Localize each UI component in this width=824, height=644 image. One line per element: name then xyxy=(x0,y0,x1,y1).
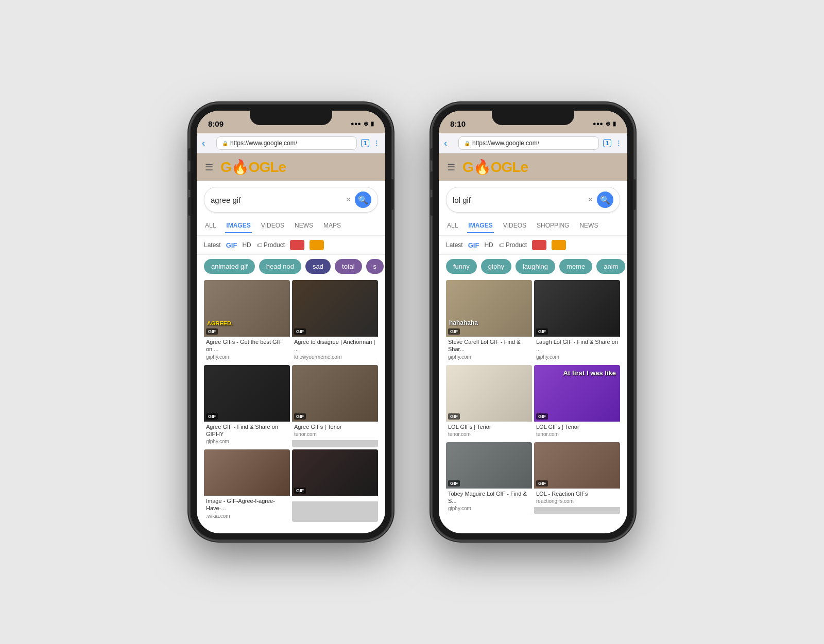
menu-icon-right[interactable]: ⋮ xyxy=(615,139,622,147)
logo-char-o1: O xyxy=(249,159,260,175)
gif-badge-left-0: GIF xyxy=(206,328,218,335)
image-cell-left-1[interactable]: GIF Agree to disagree | Anchorman | ... … xyxy=(292,280,378,363)
filter-gif-right[interactable]: GIF xyxy=(468,241,479,249)
search-icon-right: 🔍 xyxy=(600,195,610,205)
image-info-right-4: Tobey Maguire Lol GIF - Find & S... giph… xyxy=(446,489,532,515)
filter-latest-left[interactable]: Latest xyxy=(204,241,221,249)
chip-funny[interactable]: funny xyxy=(446,259,477,274)
chip-total[interactable]: total xyxy=(335,259,362,274)
image-thumb-right-4: GIF xyxy=(446,442,532,489)
gif-badge-left-1: GIF xyxy=(294,328,306,335)
browser-bar-left[interactable]: ‹ 🔒 https://www.google.com/ 1 ⋮ xyxy=(197,133,385,153)
filter-hd-right[interactable]: HD xyxy=(484,241,493,249)
chip-giphy[interactable]: giphy xyxy=(481,259,511,274)
search-box-left[interactable]: agree gif × 🔍 xyxy=(204,187,378,213)
filter-product-left[interactable]: 🏷 Product xyxy=(256,241,285,249)
tab-all-right[interactable]: ALL xyxy=(446,219,459,233)
filter-gif-left[interactable]: GIF xyxy=(226,241,237,249)
image-cell-right-3[interactable]: GIF At first I was like LOL GIFs | Tenor… xyxy=(534,365,620,440)
tab-images-right[interactable]: IMAGES xyxy=(467,219,493,233)
hamburger-icon-right[interactable]: ☰ xyxy=(447,162,455,173)
color-swatch-red-left[interactable] xyxy=(290,240,304,250)
image-title-right-3: LOL GIFs | Tenor xyxy=(536,423,618,430)
tab-shopping-right[interactable]: SHOPPING xyxy=(536,219,570,233)
image-cell-left-5[interactable]: GIF xyxy=(292,449,378,522)
chip-head-nod[interactable]: head nod xyxy=(259,259,301,274)
clear-button-left[interactable]: × xyxy=(346,195,351,204)
status-time-left: 8:09 xyxy=(208,119,224,128)
image-cell-right-4[interactable]: GIF Tobey Maguire Lol GIF - Find & S... … xyxy=(446,442,532,515)
tab-number-left[interactable]: 1 xyxy=(361,139,369,147)
filter-latest-right[interactable]: Latest xyxy=(446,241,463,249)
scene: 8:09 ●●● ⊛ ▮ ‹ 🔒 https://www.google.com/… xyxy=(170,84,654,560)
image-info-right-3: LOL GIFs | Tenor tenor.com xyxy=(534,422,620,440)
status-time-right: 8:10 xyxy=(450,119,466,128)
color-swatch-red-right[interactable] xyxy=(532,240,546,250)
logo-char-e-right: e xyxy=(520,159,528,175)
gif-badge-right-3: GIF xyxy=(536,413,548,420)
image-cell-right-2[interactable]: GIF LOL GIFs | Tenor tenor.com xyxy=(446,365,532,440)
tab-all-left[interactable]: ALL xyxy=(204,219,217,233)
search-input-right[interactable]: lol gif xyxy=(453,196,588,204)
image-info-right-2: LOL GIFs | Tenor tenor.com xyxy=(446,422,532,440)
tab-videos-left[interactable]: VIDEOS xyxy=(260,219,285,233)
phone-left-screen: 8:09 ●●● ⊛ ▮ ‹ 🔒 https://www.google.com/… xyxy=(197,111,385,533)
clear-button-right[interactable]: × xyxy=(588,195,593,204)
filter-hd-left[interactable]: HD xyxy=(242,241,251,249)
logo-char-g2: G xyxy=(260,159,270,175)
power-button xyxy=(391,179,393,210)
chip-animated-gif[interactable]: animated gif xyxy=(204,259,255,274)
color-swatch-orange-right[interactable] xyxy=(552,240,566,250)
logo-char-o1-right: O xyxy=(491,159,502,175)
image-cell-left-4[interactable]: Image - GIF-Agree-I-agree-Have-... .wiki… xyxy=(204,449,290,522)
chip-laughing[interactable]: laughing xyxy=(516,259,555,274)
image-cell-right-1[interactable]: GIF Laugh Lol GIF - Find & Share on ... … xyxy=(534,280,620,363)
image-thumb-right-1: GIF xyxy=(534,280,620,337)
wifi-icon-right: ⊛ xyxy=(606,120,610,127)
browser-bar-right[interactable]: ‹ 🔒 https://www.google.com/ 1 ⋮ xyxy=(439,133,627,153)
tab-images-left[interactable]: IMAGES xyxy=(225,219,251,233)
signal-icon-right: ●●● xyxy=(593,120,603,127)
color-swatch-orange-left[interactable] xyxy=(310,240,324,250)
tab-number-right[interactable]: 1 xyxy=(603,139,611,147)
hamburger-icon-left[interactable]: ☰ xyxy=(205,162,213,173)
filter-product-right[interactable]: 🏷 Product xyxy=(499,241,527,249)
volume-up-button xyxy=(188,171,191,190)
image-info-left-3: Agree GIFs | Tenor tenor.com xyxy=(292,422,378,440)
image-cell-left-2[interactable]: GIF Agree GIF - Find & Share on GIPHY gi… xyxy=(204,365,290,448)
search-button-left[interactable]: 🔍 xyxy=(355,192,371,208)
search-box-right[interactable]: lol gif × 🔍 xyxy=(446,187,620,213)
back-button-left[interactable]: ‹ xyxy=(202,138,212,149)
google-logo-left: G🔥OGLe xyxy=(220,159,286,176)
search-input-left[interactable]: agree gif xyxy=(211,196,346,204)
tab-news-left[interactable]: NEWS xyxy=(294,219,314,233)
image-source-right-3: tenor.com xyxy=(536,431,618,437)
google-logo-right: G🔥OGLe xyxy=(462,159,528,176)
image-grid-left: GIF AGREED. Agree GIFs - Get the best GI… xyxy=(197,278,385,524)
chip-sad[interactable]: sad xyxy=(305,259,331,274)
image-cell-left-0[interactable]: GIF AGREED. Agree GIFs - Get the best GI… xyxy=(204,280,290,363)
power-button-right xyxy=(633,179,636,210)
volume-down-button-right xyxy=(431,197,433,216)
tab-videos-right[interactable]: VIDEOS xyxy=(502,219,527,233)
gif-badge-right-1: GIF xyxy=(536,328,548,335)
chip-s[interactable]: s xyxy=(366,259,384,274)
image-info-right-0: Steve Carell Lol GIF - Find & Shar... gi… xyxy=(446,337,532,363)
image-cell-left-3[interactable]: GIF Agree GIFs | Tenor tenor.com xyxy=(292,365,378,448)
menu-icon-left[interactable]: ⋮ xyxy=(373,139,380,147)
url-bar-right[interactable]: 🔒 https://www.google.com/ xyxy=(458,136,599,150)
url-bar-left[interactable]: 🔒 https://www.google.com/ xyxy=(216,136,357,150)
search-button-right[interactable]: 🔍 xyxy=(597,192,613,208)
logo-fire-icon-right: 🔥 xyxy=(473,159,491,175)
image-cell-right-0[interactable]: GIF hahahaha Steve Carell Lol GIF - Find… xyxy=(446,280,532,363)
back-button-right[interactable]: ‹ xyxy=(444,138,454,149)
chips-right: funny giphy laughing meme anim xyxy=(439,255,627,278)
chip-anim[interactable]: anim xyxy=(596,259,625,274)
logo-fire-icon: 🔥 xyxy=(231,159,249,175)
tab-news-right[interactable]: NEWS xyxy=(578,219,599,233)
tab-maps-left[interactable]: MAPS xyxy=(322,219,342,233)
chip-meme[interactable]: meme xyxy=(559,259,592,274)
image-cell-right-5[interactable]: GIF LOL - Reaction GIFs reactiongifs.com xyxy=(534,442,620,515)
gif-badge-right-4: GIF xyxy=(448,480,460,486)
image-info-right-5: LOL - Reaction GIFs reactiongifs.com xyxy=(534,489,620,507)
